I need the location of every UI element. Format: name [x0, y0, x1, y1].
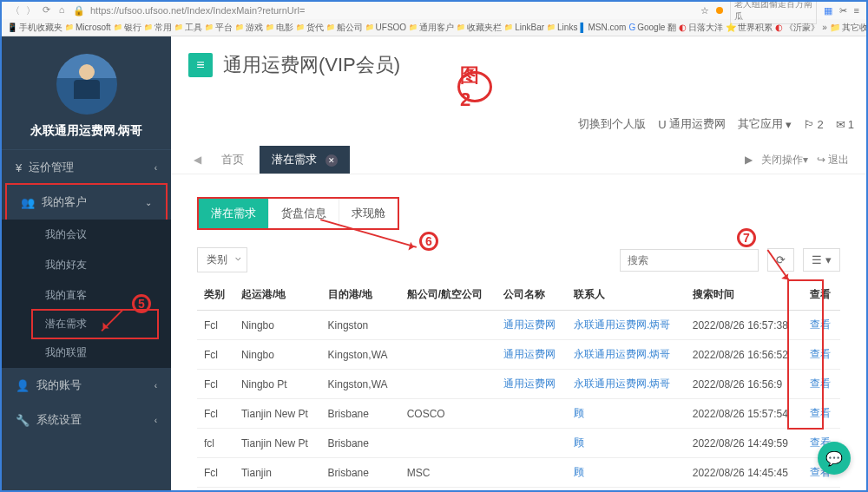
sub-potential[interactable]: 潜在需求 [31, 309, 159, 339]
reload-icon[interactable]: ⟳ [40, 4, 52, 17]
cell-dest: Kingston,WA [321, 370, 400, 399]
home-icon[interactable]: ⌂ [56, 4, 68, 17]
close-ops-link[interactable]: 关闭操作▾ [761, 153, 808, 167]
bookmark-folder[interactable]: 收藏夹栏 [457, 22, 502, 34]
bookmark-link[interactable]: ▌MSN.com [580, 23, 626, 32]
subtab-potential[interactable]: 潜在需求 [199, 199, 269, 228]
cell-company[interactable] [496, 429, 568, 458]
bookmark-folder[interactable]: UFSOO [365, 23, 407, 32]
sub-direct[interactable]: 我的直客 [2, 280, 171, 311]
view-link[interactable]: 查看 [803, 399, 840, 429]
bookmark-folder[interactable]: 船公司 [326, 22, 363, 34]
cell-time: 2022/08/26 15:57:54 [686, 399, 803, 429]
cell-dest: Kingston [321, 311, 400, 340]
subtab-cargo[interactable]: 货盘信息 [269, 199, 339, 228]
switch-mode-link[interactable]: 切换到个人版 [578, 116, 646, 132]
bookmarks-bar: 📱 手机收藏夹 Microsoft 银行 常用 工具 平台 游戏 电影 货代 船… [2, 19, 866, 36]
bookmark-folder[interactable]: 货代 [296, 22, 324, 34]
bookmark-folder[interactable]: 工具 [174, 22, 202, 34]
table-row: FclTianjin New PtBrisbaneCOSCO顾2022/08/2… [197, 399, 840, 429]
tab-prev[interactable]: ◀ [188, 149, 206, 170]
nav-customers[interactable]: 👥 我的客户 ⌄ [5, 183, 168, 221]
bookmark-folder[interactable]: 电影 [266, 22, 293, 34]
nav-freight[interactable]: ¥ 运价管理 ‹ [2, 150, 171, 185]
mail-notif[interactable]: ✉1 [836, 118, 854, 131]
bookmark-link[interactable]: G Google 翻 [628, 22, 676, 34]
sub-meetings[interactable]: 我的会议 [2, 220, 171, 250]
cell-company[interactable]: 通用运费网 [496, 370, 568, 399]
category-select[interactable]: 类别 [197, 247, 247, 272]
sub-alliance[interactable]: 我的联盟 [2, 338, 171, 368]
tab-next[interactable]: ▶ [745, 154, 753, 166]
link-label: 通用运费网 [669, 116, 726, 132]
cell-contact[interactable]: 顾 [567, 399, 686, 429]
refresh-button[interactable]: ⟳ [767, 248, 794, 272]
bookmark-overflow[interactable]: » 📁 其它收 [822, 22, 866, 34]
cell-carrier: COSCO [400, 399, 496, 429]
nav-account[interactable]: 👤 我的账号 ‹ [2, 368, 171, 403]
apps-icon[interactable]: ▦ [824, 5, 832, 16]
bookmark-folder[interactable]: LinkBar [504, 23, 544, 32]
apps-link[interactable]: 其它应用 ▾ [738, 116, 792, 132]
cell-time: 2022/08/26 14:49:59 [686, 429, 803, 458]
back-icon[interactable]: 〈 [9, 4, 21, 17]
cell-cat: Fcl [197, 370, 234, 399]
cell-company[interactable]: 通用运费网 [496, 340, 568, 370]
bookmark-mobile[interactable]: 📱 手机收藏夹 [7, 22, 62, 34]
bookmark-folder[interactable]: Links [547, 23, 577, 32]
cell-contact[interactable]: 顾 [567, 458, 686, 488]
bookmark-folder[interactable]: 常用 [144, 22, 172, 34]
flag-notif[interactable]: 🏳2 [804, 118, 824, 131]
table-row: FclTianjinBrisbaneMSC顾2022/08/26 14:45:4… [197, 458, 840, 488]
cell-company[interactable] [496, 399, 568, 429]
data-table: 类别 起运港/地 目的港/地 船公司/航空公司 公司名称 联系人 搜索时间 查看… [197, 279, 840, 488]
cell-origin: Tianjin New Pt [234, 429, 321, 458]
avatar[interactable] [56, 54, 117, 115]
bookmark-link[interactable]: ◐ 《沂蒙》 [775, 22, 819, 34]
sub-friends[interactable]: 我的好友 [2, 250, 171, 280]
yen-icon: ¥ [16, 161, 22, 174]
sub-tabs: 潜在需求 货盘信息 求现舱 [197, 197, 399, 230]
view-link[interactable]: 查看 [803, 370, 840, 399]
hamburger-button[interactable]: ≡ [188, 53, 213, 77]
cell-time: 2022/08/26 16:56:9 [686, 370, 803, 399]
wrench-icon: 🔧 [16, 414, 30, 427]
url-bar[interactable]: https://ufsoo.ufsoo.net/Index/IndexMain?… [90, 5, 695, 16]
tab-label: 潜在需求 [272, 153, 317, 166]
bookmark-folder[interactable]: 平台 [205, 22, 233, 34]
search-input[interactable] [620, 249, 759, 272]
cell-time: 2022/08/26 14:45:45 [686, 458, 803, 488]
chat-fab[interactable]: 💬 [818, 442, 851, 475]
view-link[interactable]: 查看 [803, 340, 840, 370]
cell-contact[interactable]: 顾 [567, 429, 686, 458]
cell-company[interactable] [496, 458, 568, 488]
nav-settings[interactable]: 🔧 系统设置 ‹ [2, 403, 171, 437]
view-link[interactable]: 查看 [803, 311, 840, 340]
forward-icon[interactable]: 〉 [24, 4, 36, 17]
cell-contact[interactable]: 永联通用运费网.炳哥 [567, 370, 686, 399]
menu-icon[interactable]: ≡ [854, 5, 859, 16]
tab-home[interactable]: 首页 [209, 146, 256, 174]
close-icon[interactable]: ✕ [326, 154, 338, 167]
subtab-space[interactable]: 求现舱 [339, 199, 398, 228]
bookmark-folder[interactable]: 通用客户 [409, 22, 454, 34]
nav-label: 我的客户 [42, 194, 87, 210]
cell-company[interactable]: 通用运费网 [496, 311, 568, 340]
cell-contact[interactable]: 永联通用运费网.炳哥 [567, 340, 686, 370]
th-origin: 起运港/地 [234, 279, 321, 311]
bookmark-folder[interactable]: 游戏 [235, 22, 263, 34]
ext-icon[interactable]: ✂ [839, 5, 847, 16]
bookmark-folder[interactable]: Microsoft [65, 23, 111, 32]
star-icon[interactable]: ☆ [700, 5, 709, 16]
bookmark-folder[interactable]: 银行 [114, 22, 141, 34]
cell-origin: Ningbo [234, 311, 321, 340]
bookmark-link[interactable]: ◐ 日落大洋 [679, 22, 723, 34]
cell-contact[interactable]: 永联通用运费网.炳哥 [567, 311, 686, 340]
cell-cat: Fcl [197, 311, 234, 340]
bookmark-link[interactable]: ⭐ 世界积累 [726, 22, 773, 34]
logout-link[interactable]: ↪ 退出 [817, 153, 849, 167]
ufs-link[interactable]: U 通用运费网 [658, 116, 725, 132]
list-button[interactable]: ☰ ▾ [803, 248, 840, 272]
nav-label: 系统设置 [36, 412, 82, 428]
tab-potential[interactable]: 潜在需求 ✕ [260, 146, 350, 174]
